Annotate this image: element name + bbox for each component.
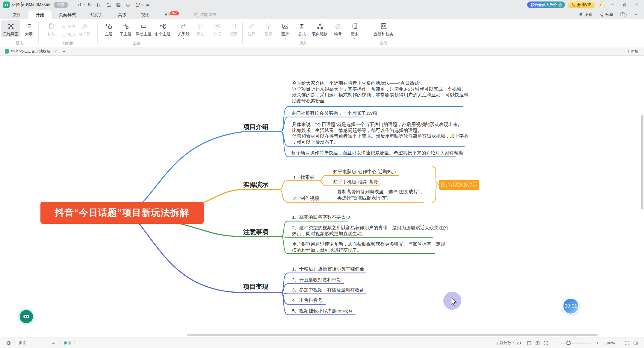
boundary-button[interactable]: 外框 [209, 20, 226, 37]
zoom-in-button[interactable]: ＋ [593, 339, 602, 347]
paste-button[interactable]: 粘贴 ▾ [43, 20, 60, 40]
topic-node[interactable]: 3、参加中视频，有播放量就有收益 [292, 287, 364, 293]
bidirectional-link-button[interactable]: 双向链接 ▾ [310, 20, 329, 40]
close-document-icon[interactable]: ✕ [54, 49, 57, 54]
undo-button[interactable]: ↺ [75, 1, 83, 8]
presentation-mode-icon[interactable] [525, 339, 533, 347]
topic-node[interactable]: 知乎手机版-推荐-高赞 [333, 179, 378, 185]
note-button[interactable]: 注释 [243, 20, 260, 37]
paste-icon [48, 22, 55, 30]
branch-label-monetization[interactable]: 项目变现 [243, 282, 268, 291]
help-button[interactable]: ?▾ [620, 12, 627, 17]
copy-button[interactable]: 拷贝 [61, 32, 75, 37]
tab-advanced[interactable]: 高级 [111, 10, 134, 19]
callout-label: 标注 [196, 31, 204, 37]
open-file-button[interactable] [105, 1, 113, 8]
publish-button[interactable]: 发布 [578, 12, 592, 17]
mindmap-mode-button[interactable]: 思维导图 [1, 20, 20, 37]
topic-node[interactable]: 1、千粉后开通橱窗挂小黄车赚佣金 [292, 266, 364, 272]
central-topic[interactable]: 抖音“今日话题”项目新玩法拆解 [40, 202, 204, 224]
topic-node[interactable]: 知乎电脑版-创作中心-近期热点 [333, 169, 397, 175]
restore-button[interactable] [620, 1, 629, 9]
more-insert-button[interactable]: 更多 ▾ [346, 20, 363, 40]
fit-width-icon[interactable] [631, 339, 640, 347]
relationship-line-button[interactable]: 关系线 ▾ [175, 20, 192, 40]
zoom-dropdown-icon[interactable]: ▾ [615, 342, 616, 344]
timer-bubble[interactable]: 00:01 [563, 298, 579, 314]
vertical-scrollbar[interactable] [641, 115, 643, 209]
customize-toolbar-icon[interactable] [144, 1, 152, 8]
formula-button[interactable]: Σ 公式 ▾ [294, 20, 310, 40]
topic-node[interactable]: 1、高赞的回答字数不要太少 [292, 214, 350, 220]
multi-topic-button[interactable]: 多个主题 [153, 20, 172, 37]
page-selector-dropdown[interactable]: 页面-1 ▾ [19, 340, 43, 346]
export-button[interactable] [134, 1, 141, 8]
page-gallery-icon[interactable] [4, 339, 13, 347]
fullscreen-icon[interactable] [623, 339, 631, 347]
format-painter-button[interactable]: 格式刷 [76, 20, 93, 37]
cut-button[interactable]: 剪切 [61, 24, 75, 29]
floating-topic-button[interactable]: 浮动主题 [134, 20, 153, 37]
tab-view[interactable]: 视图 [134, 10, 157, 19]
member-promo-banner[interactable]: 联合会员大放价 [527, 1, 565, 8]
topic-node[interactable]: 5、视频挂载小程序赚cps收益 [292, 308, 353, 314]
new-file-button[interactable] [95, 1, 103, 8]
zoom-out-button[interactable]: − [550, 339, 559, 347]
zoom-slider-knob[interactable] [566, 341, 571, 345]
robot-icon [23, 315, 29, 318]
redo-button[interactable]: ↻ [86, 1, 93, 8]
collapse-ribbon-icon[interactable] [634, 12, 639, 17]
search-placeholder: 功能查找 [200, 12, 216, 17]
share-button[interactable]: 分享 [599, 12, 613, 17]
add-page-button[interactable]: ＋ [49, 339, 58, 347]
find-replace-button[interactable]: 查找和替换 [372, 20, 395, 37]
tab-page-style[interactable]: 页面样式 [52, 10, 83, 19]
tab-slides[interactable]: 幻灯片 [83, 10, 111, 19]
fit-map-icon[interactable] [533, 339, 542, 347]
picture-button[interactable]: 图片 ▾ [277, 20, 294, 40]
user-avatar[interactable]: E [598, 1, 605, 8]
branch-label-demo[interactable]: 实操演示 [243, 180, 268, 189]
zoom-level-value[interactable]: 100% [605, 341, 615, 345]
topic-button[interactable]: 主题 ▾ [100, 20, 117, 40]
callout-button[interactable]: 标注 [192, 20, 209, 37]
topic-node[interactable]: 这个项目操作简单快速，而且可以快速积累流量。希望我接下来的介绍对大家有帮助 [291, 150, 463, 156]
tab-ai[interactable]: AI Hot [157, 10, 182, 19]
open-vip-button[interactable]: 开通VIP [568, 1, 595, 8]
topic-node[interactable]: 具体来说，“今日话题”就是选择一个当下热门的话题，然后用视频的形式表现出来。 比… [292, 121, 468, 145]
summary-button[interactable]: 概要 [226, 20, 242, 37]
zoom-slider[interactable] [561, 343, 591, 344]
branch-label-notes[interactable]: 注意事项 [243, 228, 268, 236]
branch-label-project-intro[interactable]: 项目介绍 [243, 123, 268, 131]
topic-node[interactable]: 今天给大家介绍一个近期在抖音上火爆的新玩法——“今日话题”。 这个项目听起来很高… [292, 80, 468, 104]
print-button[interactable] [124, 1, 132, 8]
tab-home[interactable]: 开始 [28, 10, 52, 19]
undo-dropdown-icon[interactable]: ▾ [84, 4, 85, 6]
outline-mode-button[interactable]: 大纲 [20, 20, 37, 37]
topic-node[interactable]: 用户很容易通过评论互动，从而帮助视频获得更多曝光。当账号拥有一定规 模的粉丝后，… [292, 241, 445, 253]
icon-marker-button[interactable]: 图标 ▾ [260, 20, 277, 40]
topic-node[interactable]: 2、制作视频 [293, 195, 319, 201]
topic-node[interactable]: 1、找素材 [293, 174, 315, 180]
center-map-icon[interactable] [542, 339, 550, 347]
subtopic-button[interactable]: 子主题 [117, 20, 134, 37]
topic-node[interactable]: 4、出售抖音号 [292, 297, 323, 303]
topic-node[interactable]: 2、开直播收打赏和带货 [292, 277, 341, 283]
panel-toggle-button[interactable]: 面板 [624, 49, 641, 54]
new-document-tab-button[interactable]: ＋ [61, 48, 66, 55]
active-page-tab[interactable]: 页面-1 [64, 340, 75, 346]
document-tab[interactable]: 抖音“今日...目玩法拆解 [11, 49, 51, 54]
close-button[interactable] [632, 1, 641, 9]
topic-node[interactable]: 复制高赞回答到剪映里，选择“图文成片”， 再选择“智能匹配表情包”。 [337, 189, 424, 200]
ai-assistant-button[interactable] [20, 310, 33, 323]
tab-file[interactable]: 文件 [5, 10, 28, 19]
save-button[interactable] [114, 1, 122, 8]
numbering-button[interactable]: 编号 ▾ [329, 20, 346, 40]
topic-node[interactable]: 财门社群有位会员实操，一个月涨了3W粉 [291, 110, 377, 116]
summary-topic[interactable]: 图片以及实操演示 [439, 180, 479, 190]
function-search-input[interactable]: 功能查找 [194, 10, 216, 19]
horizontal-scrollbar[interactable] [187, 334, 598, 336]
topic-node[interactable]: 2、这种类型的视频之所以容易获得用户的青睐，是因为选题贴近大众关注的 热点，同时… [292, 225, 448, 236]
minimize-button[interactable] [608, 1, 617, 9]
export-dropdown-icon[interactable]: ▾ [142, 4, 143, 6]
